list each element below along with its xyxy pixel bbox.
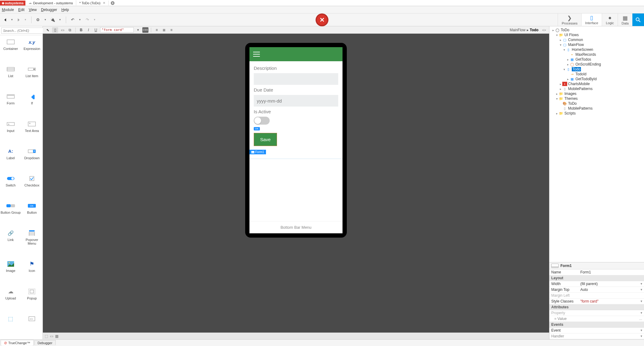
plug-dropdown[interactable]: ▼ [57, 17, 63, 23]
code-toggle-button[interactable]: <> [542, 28, 546, 32]
tree-common[interactable]: ▸▢Common [550, 37, 643, 42]
menu-help[interactable]: Help [62, 8, 69, 12]
pointer-tool-icon[interactable]: ⬉ [45, 27, 51, 33]
widget-list-item[interactable]: List Item [21, 64, 43, 92]
prop-property[interactable]: Property▼ [549, 310, 644, 316]
widget-button[interactable]: OKButton [21, 201, 43, 228]
widget-container[interactable]: Container [0, 37, 21, 64]
tab-interface[interactable]: ▯ Interface [581, 13, 602, 26]
menu-edit[interactable]: Edit [18, 8, 24, 12]
widget-image[interactable]: Image [0, 259, 21, 286]
breadcrumb-flow[interactable]: MainFlow [510, 28, 525, 32]
tab-data[interactable]: ▦ Data [618, 13, 632, 26]
css-badge[interactable]: CSS [142, 27, 148, 33]
device-phone-icon[interactable]: ▯ [52, 27, 58, 33]
tree-todo-screen[interactable]: ▾▯Todo [550, 67, 643, 72]
widget-input[interactable]: aInput [0, 119, 21, 146]
redo-dropdown[interactable]: ▼ [92, 17, 97, 23]
grid-icon[interactable]: ▦ [55, 334, 58, 338]
widget-popover-menu[interactable]: Popover Menu [21, 228, 43, 259]
tree-root[interactable]: ▸◯ToDo [550, 28, 643, 32]
chevron-down-icon[interactable]: ▼ [640, 282, 643, 285]
italic-button[interactable]: I [85, 27, 92, 33]
input-description[interactable] [254, 73, 338, 85]
stop-publish-button[interactable]: ✕ [316, 13, 328, 26]
widget-button-group[interactable]: Button Group [0, 201, 21, 228]
tab-processes[interactable]: ❯ Processes [558, 13, 581, 26]
device-tablet-icon[interactable]: ▭ [59, 27, 66, 33]
widget-block[interactable]: ⬚ [0, 314, 21, 337]
chevron-down-icon[interactable]: ▼ [640, 329, 643, 332]
tree-mainflow[interactable]: ▾▢MainFlow [550, 42, 643, 47]
tree-gettodos[interactable]: ▸▦GetTodos [550, 57, 643, 62]
redo-button[interactable]: ↷ [84, 17, 91, 23]
prop-margin-left[interactable]: Margin Left [549, 293, 644, 299]
widget-expression[interactable]: x.yExpression [21, 37, 43, 64]
nav-forward-button[interactable] [16, 17, 21, 23]
tree-scripts[interactable]: ▸📁Scripts [550, 111, 643, 116]
prop-margin-top[interactable]: Margin TopAuto▼ [549, 287, 644, 293]
tree-homescreen[interactable]: ▾▯HomeScreen [550, 47, 643, 52]
menu-debugger[interactable]: Debugger [41, 8, 57, 12]
widget-label[interactable]: A:Label [0, 146, 21, 174]
device-desktop-icon[interactable]: ⧉ [67, 27, 73, 33]
chevron-down-icon[interactable]: ▼ [640, 311, 643, 314]
widget-list[interactable]: List [0, 64, 21, 92]
truechange-tab[interactable]: ⊘ TrueChange™ [1, 340, 34, 346]
form-container[interactable]: Description Due Date Is Active OK Save F… [249, 61, 343, 159]
switch-is-active[interactable] [254, 117, 270, 125]
design-canvas[interactable]: Description Due Date Is Active OK Save F… [43, 34, 549, 333]
widget-switch[interactable]: Switch [0, 174, 21, 201]
input-due-date[interactable] [254, 95, 338, 107]
prop-handler[interactable]: Handler▼ [549, 333, 644, 339]
nav-back-button[interactable] [2, 17, 8, 23]
nav-back-dropdown[interactable]: ▼ [9, 17, 15, 23]
widget-tree-icon[interactable]: ⬚ [45, 334, 48, 338]
tree-images[interactable]: ▸📁Images [550, 91, 643, 96]
app-header[interactable] [249, 47, 343, 61]
align-right-icon[interactable]: ≡ [168, 27, 174, 33]
widget-form[interactable]: Form [0, 92, 21, 119]
style-class-input[interactable] [100, 27, 134, 32]
styles-panel-icon[interactable]: ▭ [50, 334, 53, 338]
tree-mobilepatterns[interactable]: ▸▯MobilePatterns [550, 86, 643, 91]
form-selection-tag[interactable]: Form1 [249, 150, 266, 154]
prop-value[interactable]: = Value... [549, 316, 644, 322]
plug-icon[interactable]: 🔌 [49, 17, 56, 23]
align-left-icon[interactable]: ≡ [154, 27, 160, 33]
prop-name[interactable]: NameForm1 [549, 269, 644, 275]
debugger-tab[interactable]: Debugger [34, 340, 56, 345]
widget-checkbox[interactable]: Checkbox [21, 174, 43, 201]
global-search-button[interactable] [632, 13, 644, 26]
chevron-down-icon[interactable]: ▼ [640, 288, 643, 291]
tree-todoid[interactable]: ➙TodoId [550, 72, 643, 77]
widget-popup[interactable]: Popup [21, 287, 43, 314]
widget-icon[interactable]: ⚑Icon [21, 259, 43, 286]
underline-button[interactable]: U [93, 27, 99, 33]
widget-dropdown[interactable]: Dropdown [21, 146, 43, 174]
align-center-icon[interactable]: ≣ [161, 27, 167, 33]
close-icon[interactable]: ✕ [103, 1, 105, 5]
menu-view[interactable]: View [29, 8, 37, 12]
chevron-down-icon[interactable]: ▼ [640, 335, 643, 338]
widget-if[interactable]: If [21, 92, 43, 119]
new-tab-button[interactable] [109, 1, 117, 5]
nav-forward-dropdown[interactable]: ▼ [23, 17, 28, 23]
widget-html[interactable]: <> [21, 314, 43, 337]
tree-onscrollending[interactable]: ▸◯OnScrollEnding [550, 62, 643, 67]
tree-gettodobyid[interactable]: ▸▦GetTodoById [550, 77, 643, 81]
style-dropdown-icon[interactable]: ▼ [135, 27, 141, 33]
bold-button[interactable]: B [78, 27, 84, 33]
tree-uiflows[interactable]: ▾📁UI Flows [550, 32, 643, 37]
tree-chartsmobile[interactable]: ▸⫾ChartsMobile [550, 81, 643, 86]
undo-dropdown[interactable]: ▼ [77, 17, 83, 23]
gear-icon[interactable]: ⚙ [35, 17, 41, 23]
widget-link[interactable]: 🔗Link [0, 228, 21, 259]
breadcrumb-screen[interactable]: Todo [530, 28, 538, 32]
save-button[interactable]: Save [254, 133, 277, 146]
undo-button[interactable]: ↶ [69, 17, 76, 23]
app-tab-development[interactable]: ☁ Development - outsystems [25, 0, 76, 6]
hamburger-icon[interactable] [253, 52, 260, 57]
chevron-down-icon[interactable]: ▼ [640, 300, 643, 303]
toolbox-search-input[interactable] [1, 28, 47, 34]
